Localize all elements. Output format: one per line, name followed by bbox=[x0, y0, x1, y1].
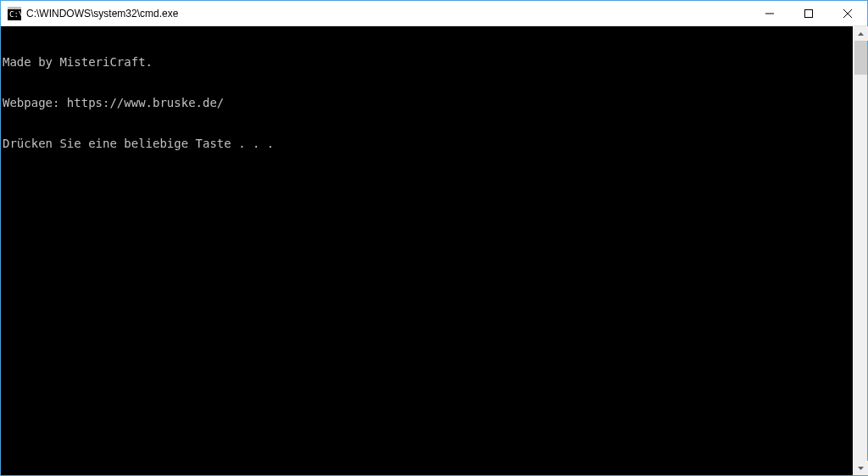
titlebar[interactable]: C:\ C:\WINDOWS\system32\cmd.exe bbox=[1, 1, 867, 26]
svg-rect-4 bbox=[805, 9, 813, 17]
console-line: Made by MisteriCraft. bbox=[3, 55, 853, 69]
vertical-scrollbar[interactable] bbox=[853, 26, 867, 475]
minimize-button[interactable] bbox=[750, 1, 789, 26]
close-button[interactable] bbox=[828, 1, 867, 26]
maximize-button[interactable] bbox=[789, 1, 828, 26]
scroll-down-button[interactable] bbox=[854, 461, 868, 475]
svg-rect-1 bbox=[8, 7, 21, 9]
console-line: Drücken Sie eine beliebige Taste . . . bbox=[3, 137, 853, 150]
svg-marker-7 bbox=[858, 32, 864, 36]
client-area: Made by MisteriCraft. Webpage: https://w… bbox=[1, 26, 867, 475]
console-line: Webpage: https://www.bruske.de/ bbox=[3, 96, 853, 109]
scroll-up-button[interactable] bbox=[854, 26, 868, 41]
console-output[interactable]: Made by MisteriCraft. Webpage: https://w… bbox=[1, 26, 853, 475]
svg-text:C:\: C:\ bbox=[9, 10, 21, 19]
window-title: C:\WINDOWS\system32\cmd.exe bbox=[26, 8, 178, 20]
cmd-icon: C:\ bbox=[8, 7, 21, 20]
svg-marker-8 bbox=[858, 467, 864, 470]
scroll-thumb[interactable] bbox=[854, 41, 867, 75]
window-frame: C:\ C:\WINDOWS\system32\cmd.exe Made by … bbox=[0, 0, 868, 476]
